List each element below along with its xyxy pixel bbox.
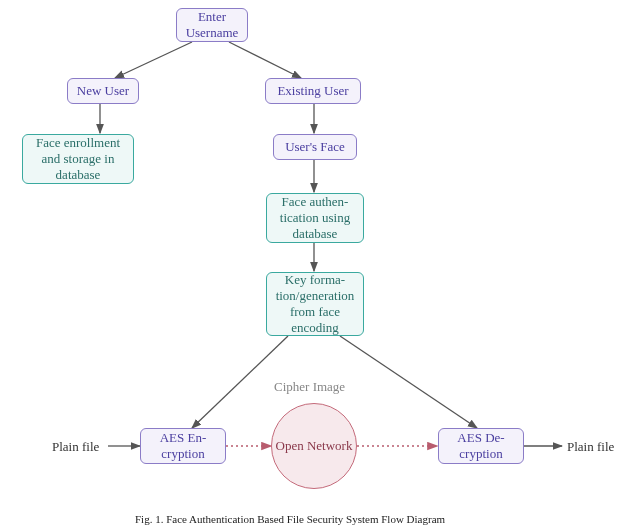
caption-text: Fig. 1. Face Authentication Based File S… (135, 513, 445, 525)
label-plain-file-right: Plain file (567, 439, 614, 455)
svg-line-7 (340, 336, 477, 428)
node-label: AES De- cryption (457, 430, 504, 462)
node-label: Open Network (276, 438, 353, 454)
node-label: AES En- cryption (160, 430, 207, 462)
node-aes-decryption: AES De- cryption (438, 428, 524, 464)
node-label: User's Face (285, 139, 345, 155)
flow-diagram: Enter Username New User Existing User Fa… (0, 0, 640, 528)
node-new-user: New User (67, 78, 139, 104)
node-face-auth: Face authen- tication using database (266, 193, 364, 243)
node-open-network: Open Network (271, 403, 357, 489)
label-text: Cipher Image (274, 379, 345, 394)
label-text: Plain file (567, 439, 614, 454)
node-label: Face authen- tication using database (273, 194, 357, 242)
node-enter-username: Enter Username (176, 8, 248, 42)
node-existing-user: Existing User (265, 78, 361, 104)
node-key-formation: Key forma- tion/generation from face enc… (266, 272, 364, 336)
label-cipher-image: Cipher Image (274, 379, 345, 395)
svg-line-0 (115, 42, 192, 78)
node-label: Existing User (277, 83, 348, 99)
label-text: Plain file (52, 439, 99, 454)
node-users-face: User's Face (273, 134, 357, 160)
node-face-enrollment: Face enrollment and storage in database (22, 134, 134, 184)
figure-caption: Fig. 1. Face Authentication Based File S… (135, 513, 445, 525)
node-label: Key forma- tion/generation from face enc… (273, 272, 357, 336)
node-label: Enter Username (183, 9, 241, 41)
svg-line-1 (229, 42, 301, 78)
node-label: New User (77, 83, 129, 99)
node-aes-encryption: AES En- cryption (140, 428, 226, 464)
node-label: Face enrollment and storage in database (29, 135, 127, 183)
label-plain-file-left: Plain file (52, 439, 99, 455)
